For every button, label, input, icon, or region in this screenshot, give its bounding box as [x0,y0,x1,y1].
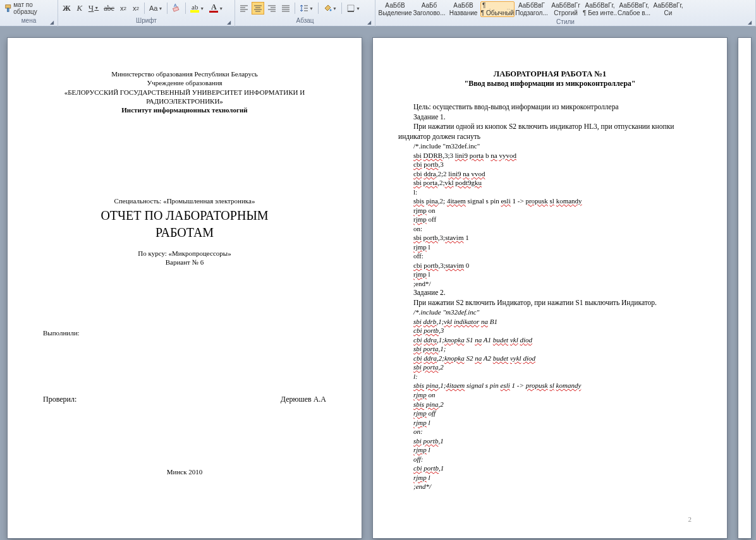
font-group: Ж К Ч▼ abc x2 x2 Aa▼ A ab▼ A▼ Шрифт ◢ [58,0,235,27]
code-line: sbis pina,2 [413,400,702,409]
code-line: rjmp l [413,445,702,455]
font-launcher-icon[interactable]: ◢ [227,20,233,26]
align-left-icon [240,4,248,12]
format-painter-label: мат по образцу [13,1,53,15]
align-right-button[interactable] [265,2,278,15]
align-justify-button[interactable] [279,2,292,15]
style-name: Си [664,9,673,16]
code-line: rjmp on [413,206,702,215]
code-line: rjmp on [413,390,702,400]
style-name: Название [449,9,478,16]
chevron-down-icon: ▼ [158,6,162,11]
align-justify-icon [281,4,290,12]
code-line: /*.include "m32def.inc" [413,141,702,151]
university-line-2: РАДИОЭЛЕКТРОНИКИ» [43,97,326,105]
style-item[interactable]: АаБбВвГПодзагол... [515,2,549,16]
borders-button[interactable]: ▼ [344,2,362,15]
ministry-line: Министерство образования Республики Бела… [43,69,326,78]
code-line: rjmp l [413,473,702,483]
style-item[interactable]: АаБбВвГгСтрогий [549,2,583,16]
style-name: ¶ Обычный [481,9,514,16]
align-center-button[interactable] [252,2,264,15]
document-workspace[interactable]: Министерство образования Республики Бела… [0,27,756,540]
paragraph-group-label: Абзац [238,16,372,25]
ribbon: мат по образцу мена ◢ Ж К Ч▼ abc x2 x2 A… [0,0,756,27]
code-line: sbi porta,2 [413,363,702,372]
line-spacing-button[interactable]: ▼ [298,2,315,15]
code-line: cbi portb,3 [413,160,702,169]
highlight-icon: ab [190,4,199,13]
code-line: rjmp l [413,270,702,279]
code-line: cbi ddra,1;knopka S1 na A1 budet vkl dio… [413,335,702,345]
borders-icon [346,4,355,13]
style-name: Заголово... [413,9,446,16]
checked-by-label: Проверил: [43,395,76,404]
align-left-button[interactable] [238,2,250,15]
style-item[interactable]: АаБбВвГг,¶ Без инте... [583,2,617,16]
code-line: sbis pina,1;4itaem signal s pin esli 1 -… [413,381,702,390]
chevron-down-icon: ▼ [219,6,223,11]
lab-goal: Цель: осуществить ввод-вывод информации … [398,102,702,112]
styles-launcher-icon[interactable]: ◢ [748,20,754,26]
strikethrough-button[interactable]: abc [102,2,116,15]
city-year: Минск 2010 [43,467,326,476]
code-line: sbi ddrb,1;vkl indikator na B1 [413,317,702,327]
highlight-button[interactable]: ab▼ [188,2,206,15]
subscript-button[interactable]: x2 [118,2,129,15]
specialty-line: Специальность: «Промышленная электроника… [43,196,326,205]
report-title-1: ОТЧЕТ ПО ЛАБОРАТОРНЫМ [43,208,326,223]
code-line: off: [413,251,702,261]
code-block-2: /*.include "m32def.inc"sbi ddrb,1;vkl in… [398,308,702,491]
font-color-icon: A [209,4,218,13]
style-item[interactable]: АаБбЗаголово... [412,2,446,16]
separator [295,3,295,14]
clipboard-launcher-icon[interactable]: ◢ [50,20,56,26]
bold-button[interactable]: Ж [61,2,73,15]
style-preview: ¶ Обычный [482,2,513,9]
clipboard-group-label: мена [3,16,55,25]
institution-kind: Учреждение образования [43,78,326,87]
clipboard-group: мат по образцу мена ◢ [0,0,58,27]
style-item[interactable]: АаБбВНазвание [446,2,480,16]
font-color-button[interactable]: A▼ [207,2,225,15]
code-line: off: [413,455,702,464]
align-right-icon [267,4,276,12]
style-preview: АаБбВвГг, [585,2,614,9]
style-item[interactable]: ¶ Обычный¶ Обычный [480,1,515,17]
shading-button[interactable]: ▼ [321,2,339,15]
code-line: ;end*/ [413,279,702,289]
document-page-2: ЛАБОРАТОРНАЯ РАБОТА №1 "Ввод вывод инфор… [373,38,727,538]
style-item[interactable]: АаБбВвГг,Слабое в... [617,2,651,16]
style-item[interactable]: АаБбВВыделение [378,2,412,16]
institute-line: Институт информационных технологий [43,105,326,114]
style-preview: АаБб [422,2,437,9]
style-preview: АаБбВ [453,2,473,9]
document-page-1: Министерство образования Республики Бела… [8,38,362,538]
code-line: cbi portb,1 [413,464,702,473]
styles-gallery[interactable]: АаБбВВыделениеАаБбЗаголово...АаБбВНазван… [378,0,753,18]
style-item[interactable]: АаБбВвГг,Си [651,2,685,16]
font-group-label: Шрифт [61,16,232,25]
separator [341,3,342,14]
align-center-icon [253,4,262,12]
style-name: Подзагол... [515,9,547,16]
chevron-down-icon: ▼ [332,6,337,11]
format-painter-button[interactable]: мат по образцу [3,2,55,15]
change-case-button[interactable]: Aa▼ [147,2,164,15]
style-preview: АаБбВвГг [551,2,580,9]
code-line: /*.include "m32def.inc" [413,308,702,317]
style-preview: АаБбВвГг, [619,2,649,9]
svg-rect-1 [7,8,9,11]
superscript-button[interactable]: x2 [130,2,142,15]
task-1-label: Задание 1. [398,112,702,123]
task-1-desc: При нажатии одной из кнопок S2 включить … [398,122,702,141]
lab-title: ЛАБОРАТОРНАЯ РАБОТА №1 [398,69,702,79]
svg-point-23 [329,9,331,11]
underline-button[interactable]: Ч▼ [87,2,101,15]
chevron-down-icon: ▼ [94,6,99,11]
page-number: 2 [688,515,692,523]
paintbrush-icon [4,3,13,13]
italic-button[interactable]: К [74,2,85,15]
paragraph-launcher-icon[interactable]: ◢ [367,20,374,26]
clear-formatting-button[interactable]: A [170,2,183,15]
